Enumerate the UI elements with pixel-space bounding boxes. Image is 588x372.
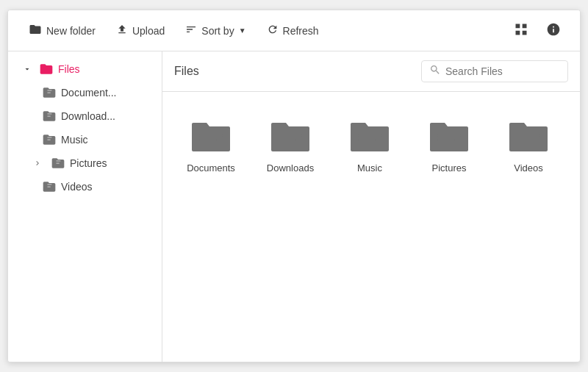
new-folder-button[interactable]: New folder	[20, 17, 104, 45]
folder-item-videos[interactable]: Videos	[492, 110, 565, 179]
downloads-folder-icon	[42, 109, 57, 124]
sidebar-item-pictures[interactable]: Pictures	[8, 151, 162, 175]
videos-folder-label: Videos	[514, 162, 543, 174]
sort-icon	[185, 24, 197, 38]
sidebar-videos-label: Videos	[61, 181, 93, 193]
info-icon	[546, 22, 561, 39]
sidebar-documents-label: Document...	[61, 87, 116, 99]
new-folder-label: New folder	[46, 25, 96, 37]
sidebar-item-videos[interactable]: Videos	[8, 175, 162, 198]
search-input[interactable]	[445, 65, 560, 77]
refresh-icon	[267, 24, 279, 38]
svg-rect-0	[199, 135, 223, 137]
music-folder-icon	[42, 132, 57, 147]
sidebar-item-downloads[interactable]: Download...	[8, 104, 162, 128]
sort-by-dropdown-arrow: ▼	[239, 26, 246, 35]
main-area: Files Document... Download... Music	[8, 51, 580, 362]
documents-large-icon	[189, 118, 233, 157]
svg-rect-4	[358, 135, 381, 137]
info-button[interactable]	[539, 16, 568, 46]
sidebar-item-files[interactable]: Files	[8, 57, 162, 81]
upload-button[interactable]: Upload	[107, 18, 173, 44]
sidebar-pictures-label: Pictures	[70, 157, 107, 169]
downloads-large-icon	[268, 118, 312, 157]
folder-item-pictures[interactable]: Pictures	[412, 110, 486, 179]
files-folder-icon	[39, 62, 54, 76]
svg-rect-5	[358, 139, 376, 141]
sort-by-button[interactable]: Sort by ▼	[176, 18, 254, 44]
pictures-folder-icon	[51, 156, 65, 171]
svg-rect-3	[279, 139, 296, 141]
sidebar-downloads-label: Download...	[61, 110, 115, 122]
svg-rect-6	[437, 135, 461, 137]
file-grid: Documents Downloads	[162, 92, 580, 362]
music-folder-label: Music	[357, 162, 382, 174]
folder-item-music[interactable]: Music	[333, 110, 406, 179]
svg-rect-9	[517, 139, 534, 141]
folder-item-downloads[interactable]: Downloads	[254, 110, 327, 179]
documents-folder-label: Documents	[187, 162, 235, 174]
sidebar-files-label: Files	[58, 63, 80, 75]
app-container: New folder Upload Sort by ▼ Refresh	[7, 10, 581, 362]
pictures-expand-icon	[30, 156, 45, 171]
content-title: Files	[174, 65, 199, 78]
music-large-icon	[348, 118, 392, 157]
sort-by-label: Sort by	[201, 25, 234, 37]
toolbar: New folder Upload Sort by ▼ Refresh	[8, 10, 580, 51]
refresh-label: Refresh	[283, 25, 319, 37]
videos-large-icon	[506, 118, 551, 157]
svg-rect-7	[437, 139, 455, 141]
svg-rect-2	[279, 135, 302, 137]
content-header: Files	[162, 51, 580, 92]
sidebar-music-label: Music	[61, 134, 88, 146]
pictures-folder-label: Pictures	[432, 162, 467, 174]
upload-icon	[116, 24, 128, 38]
sidebar-item-documents[interactable]: Document...	[8, 81, 162, 104]
search-box	[421, 60, 568, 82]
upload-label: Upload	[132, 25, 165, 37]
files-expand-icon	[20, 62, 35, 76]
sidebar-item-music[interactable]: Music	[8, 128, 162, 151]
content-area: Files	[162, 51, 580, 362]
svg-rect-8	[517, 135, 540, 137]
pictures-large-icon	[427, 118, 471, 157]
search-icon	[429, 64, 441, 79]
downloads-folder-label: Downloads	[267, 162, 314, 174]
refresh-button[interactable]: Refresh	[258, 18, 328, 44]
grid-view-button[interactable]	[506, 16, 536, 46]
documents-folder-icon	[42, 85, 57, 100]
folder-icon	[29, 23, 42, 39]
grid-icon	[514, 22, 528, 39]
svg-rect-1	[199, 139, 217, 141]
sidebar: Files Document... Download... Music	[8, 51, 162, 362]
folder-item-documents[interactable]: Documents	[174, 110, 248, 179]
videos-folder-icon	[42, 179, 57, 194]
